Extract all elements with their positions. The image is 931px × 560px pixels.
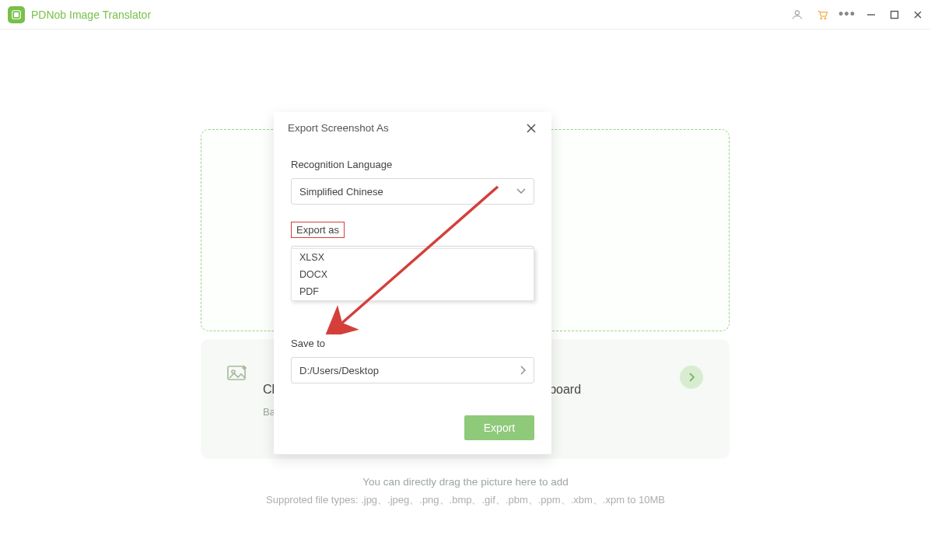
hint-filetypes: Supproted file types: .jpg、.jpeg、.png、.b… [0,493,931,507]
save-to-group: Save to D:/Users/Desktop [291,338,534,383]
save-to-value: D:/Users/Desktop [299,365,379,376]
hint-drag: You can directly drag the picture here t… [0,476,931,488]
recognition-language-group: Recognition Language Simplified Chinese [291,159,534,205]
image-add-icon [227,364,247,381]
export-as-label: Export as [291,222,345,238]
app-logo [8,6,25,23]
export-as-group: Export as XLSX XLSX DOCX PDF export-2024… [291,222,534,272]
app-title: PDNob Image Translator [31,9,151,21]
export-option-xlsx[interactable]: XLSX [292,249,534,266]
main-area: Click to add images or paste the image f… [0,30,931,560]
export-option-docx[interactable]: DOCX [292,266,534,283]
more-icon[interactable]: ••• [841,9,853,21]
rec-lang-value: Simplified Chinese [299,186,383,198]
chevron-down-icon [516,188,526,194]
svg-point-3 [821,17,822,19]
titlebar-actions: ••• [791,9,923,21]
close-button[interactable] [912,9,923,20]
minimize-button[interactable] [866,9,877,20]
chevron-right-icon [520,366,526,375]
user-icon[interactable] [791,9,803,21]
rec-lang-label: Recognition Language [291,159,534,170]
modal-title: Export Screenshot As [288,122,389,134]
save-to-label: Save to [291,338,534,349]
modal-header: Export Screenshot As [274,112,551,143]
svg-point-2 [795,10,799,14]
svg-point-4 [824,17,826,19]
titlebar: PDNob Image Translator ••• [0,0,931,30]
export-as-dropdown: XLSX DOCX PDF [291,248,534,301]
rec-lang-select[interactable]: Simplified Chinese [291,178,534,205]
svg-rect-1 [14,12,19,17]
export-button-label: Export [484,422,515,434]
modal-close-button[interactable] [527,122,537,133]
maximize-button[interactable] [889,9,900,20]
export-button[interactable]: Export [464,415,534,440]
cart-icon[interactable] [816,9,828,21]
export-option-pdf[interactable]: PDF [292,283,534,300]
svg-rect-6 [891,11,898,18]
save-to-field[interactable]: D:/Users/Desktop [291,357,534,383]
export-modal: Export Screenshot As Recognition Languag… [274,112,551,454]
next-button[interactable] [680,366,703,389]
